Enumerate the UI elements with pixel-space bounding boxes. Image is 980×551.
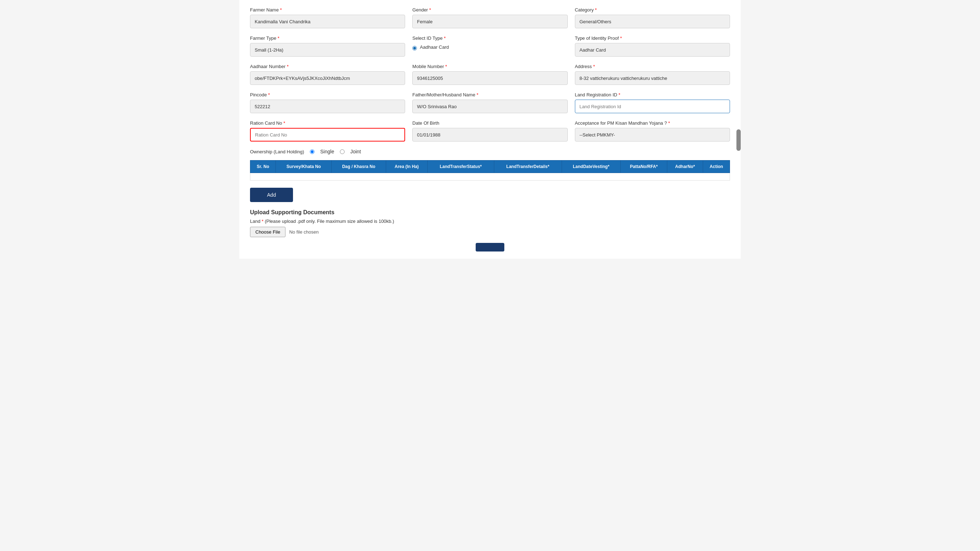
aadhaar-number-group: Aadhaar Number * <box>250 64 405 85</box>
row-ration-dob-pmkmy: Ration Card No * Date Of Birth Acceptanc… <box>250 120 730 142</box>
land-registration-input[interactable] <box>575 100 730 113</box>
file-upload-row: Choose File No file chosen <box>250 227 730 237</box>
aadhaar-radio[interactable] <box>412 46 417 51</box>
land-table-section: Sr. No Survey/Khata No Dag / Khasra No A… <box>250 160 730 181</box>
col-patta-rfa: PattaNo/RFA* <box>620 161 667 173</box>
type-identity-group: Type of Identity Proof * <box>575 35 730 57</box>
address-group: Address * <box>575 64 730 85</box>
dob-group: Date Of Birth <box>412 120 567 142</box>
row-pincode-fmhname-landregid: Pincode * Father/Mother/Husband Name * L… <box>250 92 730 113</box>
col-action: Action <box>703 161 730 173</box>
single-radio-label: Single <box>320 149 334 154</box>
select-id-type-label: Select ID Type * <box>412 35 567 41</box>
col-area: Area (In Ha) <box>386 161 427 173</box>
upload-title: Upload Supporting Documents <box>250 209 730 216</box>
gender-input[interactable] <box>412 15 567 28</box>
mobile-number-label: Mobile Number * <box>412 64 567 69</box>
mobile-number-input[interactable] <box>412 71 567 85</box>
land-registration-group: Land Registration ID * <box>575 92 730 113</box>
mobile-number-group: Mobile Number * <box>412 64 567 85</box>
type-identity-input[interactable] <box>575 43 730 57</box>
add-button-row: Add <box>250 188 730 209</box>
type-identity-label: Type of Identity Proof * <box>575 35 730 41</box>
row-farmer-gender-category: Farmer Name * Gender * Category * <box>250 7 730 28</box>
farmer-type-input[interactable] <box>250 43 405 57</box>
category-label: Category * <box>575 7 730 13</box>
col-dag-khasra: Dag / Khasra No <box>332 161 386 173</box>
table-header-row: Sr. No Survey/Khata No Dag / Khasra No A… <box>250 161 730 173</box>
aadhaar-radio-label: Aadhaar Card <box>420 45 449 50</box>
ownership-label: Ownership (Land Holding) <box>250 149 304 154</box>
choose-file-button[interactable]: Choose File <box>250 227 285 237</box>
address-input[interactable] <box>575 71 730 85</box>
joint-radio-label: Joint <box>350 149 361 154</box>
farmer-name-input[interactable] <box>250 15 405 28</box>
col-adhar-no: AdharNo* <box>667 161 703 173</box>
gender-label: Gender * <box>412 7 567 13</box>
page-container: Farmer Name * Gender * Category * Farmer… <box>239 0 741 259</box>
farmer-name-label: Farmer Name * <box>250 7 405 13</box>
ownership-row: Ownership (Land Holding) Single Joint <box>250 149 730 154</box>
col-land-date-vesting: LandDateVesting* <box>562 161 620 173</box>
fmh-name-group: Father/Mother/Husband Name * <box>412 92 567 113</box>
id-type-radio-group: Aadhaar Card <box>412 45 567 52</box>
submit-button[interactable] <box>476 243 504 252</box>
col-land-transfer-status: LandTransferStatus* <box>428 161 494 173</box>
farmer-type-label: Farmer Type * <box>250 35 405 41</box>
aadhaar-number-label: Aadhaar Number * <box>250 64 405 69</box>
aadhaar-number-input[interactable] <box>250 71 405 85</box>
col-survey-khata: Survey/Khata No <box>276 161 332 173</box>
upload-land-label: Land * (Please upload .pdf only. File ma… <box>250 218 730 224</box>
table-empty-cell <box>250 173 730 181</box>
pmkmy-group: Acceptance for PM Kisan Mandhan Yojana ?… <box>575 120 730 142</box>
no-file-chosen-text: No file chosen <box>289 229 318 235</box>
address-label: Address * <box>575 64 730 69</box>
category-group: Category * <box>575 7 730 28</box>
joint-radio[interactable] <box>340 150 345 154</box>
select-id-type-group: Select ID Type * Aadhaar Card <box>412 35 567 57</box>
ration-card-group: Ration Card No * <box>250 120 405 142</box>
col-land-transfer-details: LandTransferDetails* <box>494 161 562 173</box>
pincode-input[interactable] <box>250 100 405 113</box>
single-radio[interactable] <box>310 150 315 154</box>
scrollbar-indicator[interactable] <box>737 129 741 151</box>
fmh-name-input[interactable] <box>412 100 567 113</box>
bottom-btn-row <box>250 243 730 252</box>
farmer-name-group: Farmer Name * <box>250 7 405 28</box>
col-sr-no: Sr. No <box>250 161 276 173</box>
pmkmy-input[interactable] <box>575 128 730 142</box>
category-input[interactable] <box>575 15 730 28</box>
row-aadhaar-mobile-address: Aadhaar Number * Mobile Number * Address… <box>250 64 730 85</box>
row-farmertype-idtype-identityproof: Farmer Type * Select ID Type * Aadhaar C… <box>250 35 730 57</box>
add-button[interactable]: Add <box>250 188 293 202</box>
pincode-label: Pincode * <box>250 92 405 97</box>
dob-label: Date Of Birth <box>412 120 567 126</box>
gender-group: Gender * <box>412 7 567 28</box>
land-table: Sr. No Survey/Khata No Dag / Khasra No A… <box>250 160 730 181</box>
farmer-type-group: Farmer Type * <box>250 35 405 57</box>
pmkmy-label: Acceptance for PM Kisan Mandhan Yojana ?… <box>575 120 730 126</box>
land-registration-label: Land Registration ID * <box>575 92 730 97</box>
table-empty-row <box>250 173 730 181</box>
upload-section: Upload Supporting Documents Land * (Plea… <box>250 209 730 237</box>
ration-card-label: Ration Card No * <box>250 120 405 126</box>
dob-input[interactable] <box>412 128 567 142</box>
ration-card-input[interactable] <box>250 128 405 142</box>
fmh-name-label: Father/Mother/Husband Name * <box>412 92 567 97</box>
pincode-group: Pincode * <box>250 92 405 113</box>
